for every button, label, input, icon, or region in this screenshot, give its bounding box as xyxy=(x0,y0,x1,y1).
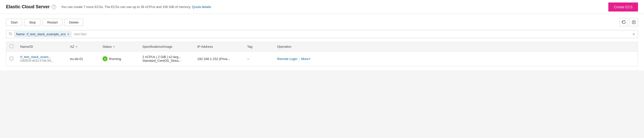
instance-status-cell: Running xyxy=(99,52,139,66)
instance-operation-cell: Remote Login | More ▾ xyxy=(274,52,638,66)
help-icon[interactable]: ? xyxy=(52,5,56,9)
instance-id: 040ff53f-d630-47b8-9f1... xyxy=(20,59,54,63)
status-filter-icon[interactable]: ▼ xyxy=(113,45,116,48)
instance-name-link[interactable]: rf_test_stack_exam... xyxy=(20,55,63,59)
spec-line2: Standard_CentOS_Strea... xyxy=(142,59,190,63)
toolbar-left: Start Stop Restart Delete xyxy=(6,19,620,26)
more-button[interactable]: More ▾ xyxy=(301,57,310,61)
filter-bar-clear[interactable]: ✕ xyxy=(632,32,635,36)
operation-buttons: Remote Login | More ▾ xyxy=(277,57,634,61)
toolbar-right xyxy=(620,18,638,27)
delete-button[interactable]: Delete xyxy=(64,19,83,26)
chevron-down-icon: ▾ xyxy=(309,58,310,60)
table-row: rf_test_stack_exam... 040ff53f-d630-47b8… xyxy=(6,52,638,66)
add-filter-button[interactable]: Add filter xyxy=(74,32,86,36)
row-checkbox-cell[interactable] xyxy=(6,52,17,66)
th-name: Name/ID xyxy=(17,42,66,52)
export-button[interactable] xyxy=(630,18,638,27)
page-title: Elastic Cloud Server xyxy=(6,4,50,10)
restart-button[interactable]: Restart xyxy=(42,19,62,26)
th-az: AZ ▼ xyxy=(66,42,99,52)
th-operation: Operation xyxy=(274,42,638,52)
az-filter-icon[interactable]: ▼ xyxy=(75,45,78,48)
th-status: Status ▼ xyxy=(99,42,139,52)
running-status-icon xyxy=(102,56,108,61)
filter-tag-close[interactable]: ✕ xyxy=(67,33,70,36)
status-running: Running xyxy=(102,56,136,61)
remote-login-button[interactable]: Remote Login xyxy=(277,57,297,61)
quota-details-link[interactable]: Quota details xyxy=(192,5,211,9)
refresh-button[interactable] xyxy=(620,18,628,27)
toolbar: Start Stop Restart Delete xyxy=(6,18,638,27)
th-tag: Tag xyxy=(244,42,274,52)
refresh-icon xyxy=(622,20,626,24)
instance-tag: -- xyxy=(244,52,274,66)
start-button[interactable]: Start xyxy=(6,19,22,26)
main-content: Start Stop Restart Delete xyxy=(0,14,644,70)
select-all-checkbox[interactable] xyxy=(10,45,13,48)
table-header-row: Name/ID AZ ▼ Status ▼ xyxy=(6,42,638,52)
filter-tag-text: Name: rf_test_stack_example_ecs xyxy=(16,32,66,36)
instance-spec-cell: 2 vCPUs | 2 GiB | s2.larg... Standard_Ce… xyxy=(139,52,194,66)
th-ip: IP Address xyxy=(194,42,244,52)
instances-table: Name/ID AZ ▼ Status ▼ xyxy=(6,42,638,66)
stop-button[interactable]: Stop xyxy=(24,19,40,26)
op-divider: | xyxy=(299,57,300,61)
row-checkbox[interactable] xyxy=(10,57,13,60)
instance-name-cell: rf_test_stack_exam... 040ff53f-d630-47b8… xyxy=(17,52,66,66)
filter-bar: Name: rf_test_stack_example_ecs ✕ Add fi… xyxy=(6,30,638,38)
search-icon xyxy=(9,32,12,36)
header-description: You can create 7 more ECSs. The ECSs can… xyxy=(61,5,608,9)
instance-ip: 192.168.1.152 (Priva... xyxy=(194,52,244,66)
instance-az: eu-de-01 xyxy=(66,52,99,66)
select-all-header[interactable] xyxy=(6,42,17,52)
status-label: Running xyxy=(109,57,121,61)
page-header: Elastic Cloud Server ? You can create 7 … xyxy=(0,0,644,14)
export-icon xyxy=(632,20,636,24)
spec-line1: 2 vCPUs | 2 GiB | s2.larg... xyxy=(142,55,190,59)
create-ecs-button[interactable]: Create ECS xyxy=(608,3,638,12)
th-spec: Specifications/Image xyxy=(139,42,194,52)
filter-tag: Name: rf_test_stack_example_ecs ✕ xyxy=(14,32,71,37)
